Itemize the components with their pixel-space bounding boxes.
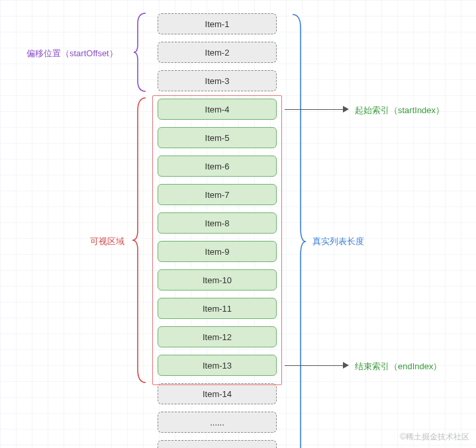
brace-full-length (291, 12, 307, 448)
arrow-head-icon (343, 106, 349, 112)
list-item: Item-14 (158, 383, 277, 404)
list-item: Item-6 (158, 156, 277, 177)
list-item: Item-10 (158, 269, 277, 291)
brace-offset (132, 12, 147, 93)
list-item: Item-2 (158, 42, 277, 63)
list-item: Item-13 (158, 355, 277, 376)
label-end-index: 结束索引（endIndex） (355, 361, 442, 373)
list-item: Item-4 (158, 99, 277, 120)
arrow-start-index (285, 109, 344, 110)
list-item: Item-8 (158, 212, 277, 234)
items-column: Item-1 Item-2 Item-3 Item-4 Item-5 Item-… (158, 13, 277, 448)
label-viewport: 可视区域 (90, 236, 124, 247)
list-item: Item-3 (158, 70, 277, 91)
label-start-index: 起始索引（startIndex） (355, 105, 444, 116)
brace-viewport (131, 95, 147, 385)
list-item: Item-5 (158, 127, 277, 148)
list-item: item-n (158, 440, 277, 448)
list-item: Item-9 (158, 241, 277, 262)
label-full-length: 真实列表长度 (312, 236, 364, 247)
list-item: Item-11 (158, 298, 277, 319)
list-item: Item-7 (158, 184, 277, 205)
list-item: Item-12 (158, 326, 277, 347)
arrow-head-icon (343, 362, 349, 369)
list-item: Item-1 (158, 13, 277, 34)
watermark: ©稀土掘金技术社区 (400, 431, 469, 443)
list-item: ...... (158, 412, 277, 433)
arrow-end-index (285, 365, 344, 366)
label-offset: 偏移位置（startOffset） (26, 48, 118, 60)
